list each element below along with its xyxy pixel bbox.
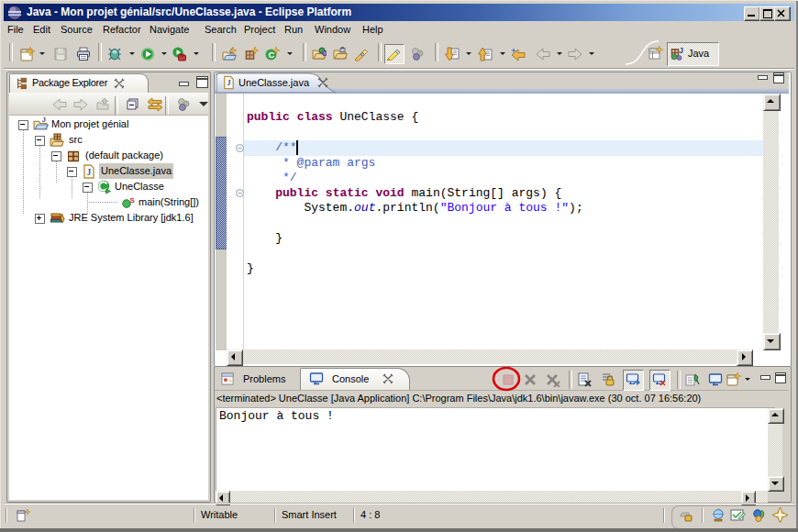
svg-text:J: J	[227, 78, 231, 87]
svg-text:J: J	[87, 168, 92, 177]
svg-text:S: S	[130, 196, 136, 205]
svg-text:J: J	[679, 46, 683, 55]
svg-text:J: J	[42, 116, 46, 124]
